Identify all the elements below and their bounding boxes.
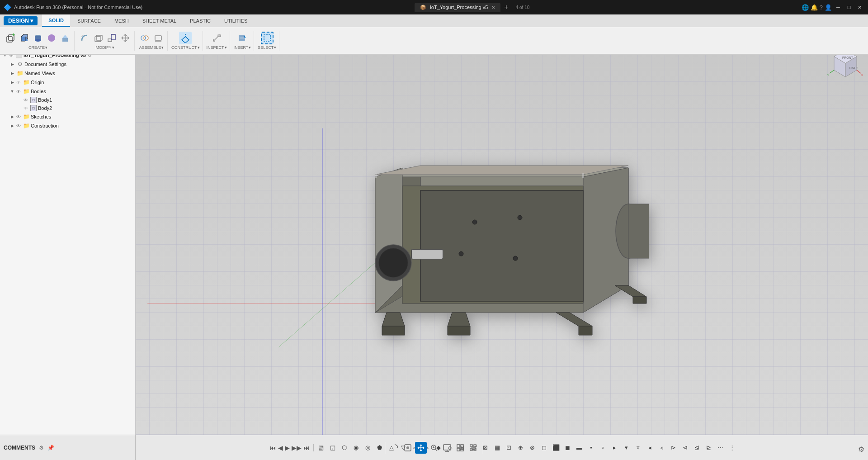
sketch-tool-36[interactable]: ⋮: [727, 442, 738, 453]
design-button[interactable]: DESIGN ▾: [4, 16, 38, 25]
3d-model-container: [181, 63, 778, 408]
viewport[interactable]: CONSTRUCT -: [136, 41, 868, 435]
sketch-tool-33[interactable]: ⊴: [692, 442, 703, 453]
notification-icon[interactable]: 🔔: [811, 4, 818, 11]
sketch-tool-26[interactable]: ▸: [609, 442, 620, 453]
toolbar-inspect: INSPECT ▾: [204, 31, 230, 51]
sketch-tool-25[interactable]: ▫: [598, 442, 609, 453]
create-box-icon[interactable]: [18, 32, 31, 44]
modify-shell-icon[interactable]: [92, 32, 104, 44]
sketch-tool-5[interactable]: ◎: [363, 442, 373, 453]
sketch-tool-4[interactable]: ◉: [351, 442, 362, 453]
tree-item-named-views[interactable]: ▶ 📁 Named Views: [0, 69, 135, 78]
comments-settings-icon[interactable]: ⚙: [39, 445, 44, 451]
tree-item-sketches[interactable]: ▶ 👁 📁 Sketches: [0, 112, 135, 121]
tree-item-doc-settings[interactable]: ▶ ⚙ Document Settings: [0, 60, 135, 69]
modify-fillet-icon[interactable]: [78, 32, 91, 44]
assemble-joint-icon[interactable]: [138, 32, 151, 44]
nav-look-icon[interactable]: [402, 442, 414, 454]
win-restore[interactable]: □: [844, 3, 854, 12]
eye-construction[interactable]: 👁: [16, 123, 21, 128]
tab-add-icon[interactable]: +: [504, 3, 508, 11]
sketch-tool-23[interactable]: ▬: [574, 442, 585, 453]
tab-utilities[interactable]: UTILITIES: [218, 14, 254, 27]
tab-surface[interactable]: SURFACE: [71, 14, 107, 27]
svg-marker-57: [448, 326, 470, 335]
sketch-tool-24[interactable]: ▪: [586, 442, 597, 453]
win-minimize[interactable]: ─: [834, 3, 843, 12]
sketch-tool-1[interactable]: ▧: [316, 442, 326, 453]
sketch-tool-31[interactable]: ⊳: [668, 442, 679, 453]
svg-marker-40: [420, 190, 583, 301]
sketch-tool-29[interactable]: ◂: [645, 442, 656, 453]
create-sphere-icon[interactable]: [45, 32, 58, 44]
tree-item-construction[interactable]: ▶ 👁 📁 Construction: [0, 121, 135, 130]
user-icon[interactable]: 👤: [825, 4, 832, 11]
modify-move-icon[interactable]: [119, 32, 132, 44]
sketch-tool-19[interactable]: ⊗: [527, 442, 538, 453]
toolbar-modify: MODIFY ▾: [75, 31, 135, 51]
sketch-tool-6[interactable]: ⬟: [374, 442, 385, 453]
sketch-tool-20[interactable]: ◻: [539, 442, 550, 453]
nav-pan-icon[interactable]: [415, 442, 427, 454]
tab-plastic[interactable]: PLASTIC: [184, 14, 217, 27]
tab-mesh[interactable]: MESH: [108, 14, 135, 27]
sketch-tool-28[interactable]: ▿: [633, 442, 644, 453]
tree-item-body2[interactable]: 👁 □ Body2: [0, 104, 135, 112]
sketch-tool-21[interactable]: ⬛: [551, 442, 561, 453]
tree-arrow-bodies: ▼: [9, 88, 15, 95]
bottom-right-controls: ⚙: [858, 445, 864, 454]
tree-item-body1[interactable]: 👁 □ Body1: [0, 96, 135, 104]
viewport-settings-icon[interactable]: ⚙: [858, 445, 864, 454]
insert-icon[interactable]: [236, 32, 249, 44]
file-tab[interactable]: 📦 IoT_Yogurt_Processing v5 ✕: [415, 3, 501, 12]
file-tab-close[interactable]: ✕: [491, 5, 495, 10]
select-icon[interactable]: [261, 32, 274, 44]
play-play-icon[interactable]: ▶: [285, 444, 290, 451]
playback-controls: ⏮ ◀ ▶ ▶▶ ⏭: [266, 444, 314, 451]
sketch-tool-16[interactable]: ▦: [492, 442, 503, 453]
sketch-tool-30[interactable]: ◃: [656, 442, 667, 453]
create-extrude-icon[interactable]: [59, 32, 71, 44]
tab-solid[interactable]: SOLID: [42, 14, 70, 27]
sketch-tool-32[interactable]: ⊲: [680, 442, 691, 453]
sketch-tool-17[interactable]: ⊡: [504, 442, 514, 453]
play-next-icon[interactable]: ▶▶: [292, 444, 302, 451]
eye-bodies[interactable]: 👁: [16, 89, 21, 94]
create-new-component-icon[interactable]: [5, 32, 17, 44]
tree-item-bodies[interactable]: ▼ 👁 📁 Bodies: [0, 87, 135, 96]
eye-body2[interactable]: 👁: [24, 106, 28, 111]
comments-pin-icon[interactable]: 📌: [47, 445, 54, 451]
nav-display-icon[interactable]: [441, 442, 453, 454]
tab-sheetmetal[interactable]: SHEET METAL: [136, 14, 183, 27]
assemble-ground-icon[interactable]: [152, 32, 165, 44]
eye-sketches[interactable]: 👁: [16, 114, 21, 119]
modify-scale-icon[interactable]: [105, 32, 118, 44]
sketch-tool-2[interactable]: ◱: [327, 442, 338, 453]
nav-orbit-icon[interactable]: [389, 442, 401, 454]
svg-text:FRONT: FRONT: [842, 56, 854, 59]
sketch-tool-18[interactable]: ⊕: [515, 442, 526, 453]
help-icon[interactable]: ?: [820, 4, 823, 11]
sketch-tool-22[interactable]: ◼: [562, 442, 573, 453]
folder-icon-construction: 📁: [23, 122, 30, 129]
play-last-icon[interactable]: ⏭: [303, 444, 310, 451]
eye-origin[interactable]: 👁: [16, 80, 21, 85]
eye-body1[interactable]: 👁: [24, 98, 28, 103]
win-close[interactable]: ✕: [855, 3, 864, 12]
nav-grid-icon[interactable]: [454, 442, 466, 454]
tree-item-origin[interactable]: ▶ 👁 📁 Origin: [0, 78, 135, 87]
svg-rect-93: [474, 448, 476, 451]
sketch-tool-34[interactable]: ⊵: [703, 442, 714, 453]
inspect-measure-icon[interactable]: [210, 32, 223, 44]
sketch-tool-35[interactable]: ⋯: [715, 442, 726, 453]
play-first-icon[interactable]: ⏮: [270, 444, 276, 451]
create-cylinder-icon[interactable]: [32, 32, 44, 44]
sketch-tool-27[interactable]: ▾: [621, 442, 632, 453]
construct-plane-icon[interactable]: [179, 32, 192, 44]
play-prev-icon[interactable]: ◀: [278, 444, 283, 451]
toolbar-assemble: ASSEMBLE ▾: [136, 31, 168, 51]
nav-zoom-icon[interactable]: [428, 442, 440, 454]
sketch-tool-3[interactable]: ⬡: [339, 442, 350, 453]
nav-more-icon[interactable]: [467, 442, 479, 454]
